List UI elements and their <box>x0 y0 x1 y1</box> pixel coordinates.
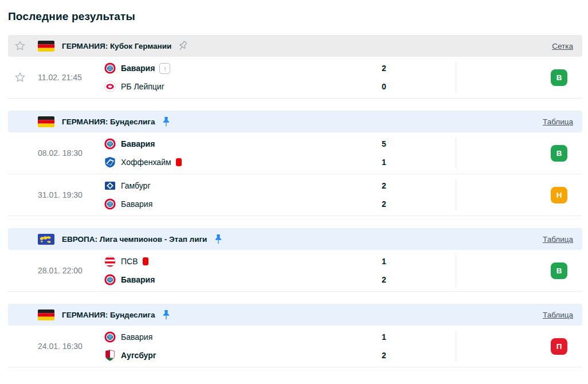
match-datetime: 24.01. 16:30 <box>38 342 104 351</box>
match-datetime: 31.01. 19:30 <box>38 190 104 199</box>
team-name: ПСВ <box>121 257 138 266</box>
bayern-logo <box>104 331 116 343</box>
bayern-logo <box>104 198 116 210</box>
match-row[interactable]: 11.02. 21:45 Бавария ↑ РБ Лейпциг 2 0 В <box>8 57 582 99</box>
team-name: Бавария <box>121 275 155 284</box>
section-bundesliga-1: ГЕРМАНИЯ: Бундеслига Таблица 08.02. 18:3… <box>0 111 588 216</box>
score: 1 2 <box>374 254 394 287</box>
team-name: Хоффенхайм <box>121 158 171 167</box>
rb-leipzig-logo <box>104 81 116 92</box>
pin-filled-icon[interactable] <box>213 233 224 245</box>
match-row[interactable]: 24.01. 16:30 Бавария Аугсбург 1 2 П <box>8 326 582 367</box>
bayern-logo <box>104 62 116 74</box>
bayern-logo <box>104 274 116 285</box>
team-name: Бавария <box>121 332 152 342</box>
away-team: Бавария <box>104 197 374 211</box>
home-score: 2 <box>382 179 386 193</box>
red-card-icon <box>143 257 148 265</box>
home-team: Гамбург <box>104 179 374 193</box>
match-datetime: 28.01. 22:00 <box>38 266 104 275</box>
section-german-cup: ГЕРМАНИЯ: Кубок Германии Сетка 11.02. 21… <box>0 35 588 99</box>
score: 1 2 <box>374 330 394 362</box>
home-team: ПСВ <box>104 254 374 268</box>
score: 2 2 <box>374 179 394 211</box>
home-score: 1 <box>382 254 386 268</box>
teams: Бавария Аугсбург <box>104 330 374 362</box>
draw-link[interactable]: Сетка <box>552 42 573 50</box>
league-header: ГЕРМАНИЯ: Бундеслига Таблица <box>8 304 582 326</box>
away-team: РБ Лейпциг <box>104 80 374 93</box>
pin-outline-icon[interactable] <box>175 38 191 54</box>
section-bundesliga-2: ГЕРМАНИЯ: Бундеслига Таблица 24.01. 16:3… <box>0 304 588 367</box>
result-badge-win: В <box>551 145 567 162</box>
result-cell: В <box>456 69 582 86</box>
hoffenheim-logo <box>104 156 116 168</box>
section-champions-league: ЕВРОПА: Лига чемпионов - Этап лиги Табли… <box>0 228 588 292</box>
result-badge-loss: П <box>551 338 567 355</box>
germany-flag <box>38 116 54 127</box>
team-name: Бавария <box>121 64 155 73</box>
away-team: Аугсбург <box>104 348 374 362</box>
team-name: Бавария <box>121 139 155 148</box>
table-link[interactable]: Таблица <box>543 117 573 126</box>
germany-flag <box>38 309 54 320</box>
result-cell: П <box>456 338 582 355</box>
home-team: Бавария <box>104 137 374 151</box>
teams: ПСВ Бавария <box>104 254 374 287</box>
star-icon[interactable] <box>14 40 26 52</box>
table-link[interactable]: Таблица <box>543 235 573 244</box>
table-link[interactable]: Таблица <box>543 311 573 319</box>
score: 2 0 <box>374 61 394 93</box>
result-cell: Н <box>456 187 582 203</box>
bayern-logo <box>104 138 116 150</box>
match-row[interactable]: 31.01. 19:30 Гамбург Бавария 2 2 Н <box>8 174 582 216</box>
league-header: ГЕРМАНИЯ: Бундеслига Таблица <box>8 111 582 132</box>
away-score: 1 <box>382 155 386 169</box>
psv-logo <box>104 256 116 267</box>
result-badge-win: В <box>551 69 567 86</box>
team-name: РБ Лейпциг <box>121 82 164 91</box>
pin-filled-icon[interactable] <box>160 309 172 320</box>
away-score: 2 <box>382 197 386 211</box>
away-team: Хоффенхайм <box>104 155 374 169</box>
away-score: 2 <box>382 348 386 362</box>
home-team: Бавария ↑ <box>104 61 374 75</box>
league-header: ГЕРМАНИЯ: Кубок Германии Сетка <box>8 35 582 57</box>
star-icon[interactable] <box>14 71 26 84</box>
germany-flag <box>38 41 54 52</box>
home-team: Бавария <box>104 330 374 344</box>
latest-results-widget: Последние результаты ГЕРМАНИЯ: Кубок Гер… <box>0 0 588 384</box>
hamburg-logo <box>104 180 116 191</box>
team-name: Бавария <box>121 199 152 209</box>
teams: Бавария ↑ РБ Лейпциг <box>104 61 374 93</box>
home-score: 1 <box>382 330 386 344</box>
match-row[interactable]: 08.02. 18:30 Бавария Хоффенхайм 5 1 В <box>8 132 582 174</box>
red-card-icon <box>176 158 182 166</box>
league-title: ГЕРМАНИЯ: Кубок Германии <box>62 42 171 50</box>
league-title: ЕВРОПА: Лига чемпионов - Этап лиги <box>62 235 207 244</box>
europe-map-icon <box>38 234 54 245</box>
match-favorite-slot <box>8 71 38 84</box>
result-badge-win: В <box>551 262 567 279</box>
result-cell: В <box>456 145 582 162</box>
league-title: ГЕРМАНИЯ: Бундеслига <box>62 117 155 126</box>
match-row[interactable]: 28.01. 22:00 ПСВ Бавария 1 2 В <box>8 250 582 292</box>
advanced-up-arrow-icon: ↑ <box>159 63 170 74</box>
away-score: 0 <box>382 80 386 93</box>
match-datetime: 11.02. 21:45 <box>38 73 104 82</box>
teams: Бавария Хоффенхайм <box>104 137 374 169</box>
result-badge-draw: Н <box>551 187 567 203</box>
team-name: Гамбург <box>121 181 151 190</box>
score: 5 1 <box>374 137 394 169</box>
pin-filled-icon[interactable] <box>160 116 172 127</box>
league-favorite-slot <box>14 40 38 52</box>
away-score: 2 <box>382 273 386 287</box>
league-title: ГЕРМАНИЯ: Бундеслига <box>62 311 155 319</box>
result-cell: В <box>456 262 582 279</box>
augsburg-logo <box>104 350 116 361</box>
teams: Гамбург Бавария <box>104 179 374 211</box>
team-name: Аугсбург <box>121 351 156 360</box>
home-score: 2 <box>382 61 386 75</box>
page-title: Последние результаты <box>0 0 588 23</box>
league-header: ЕВРОПА: Лига чемпионов - Этап лиги Табли… <box>8 228 582 250</box>
